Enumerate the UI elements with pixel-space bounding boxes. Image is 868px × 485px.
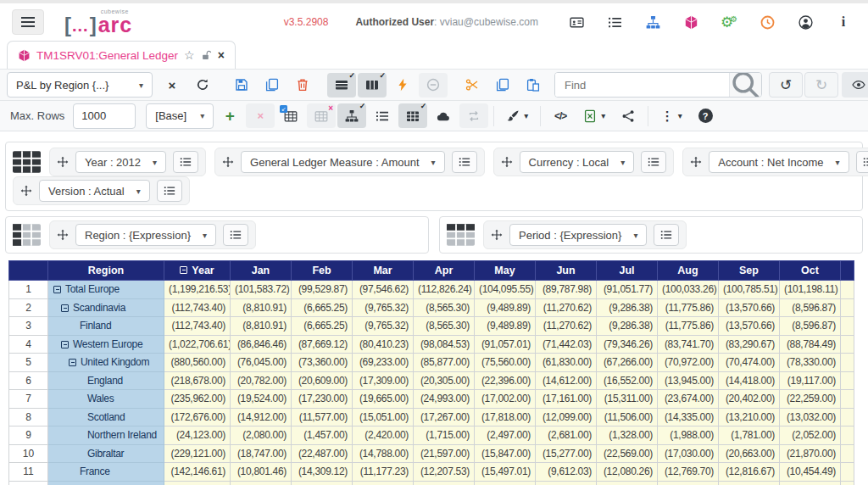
data-cell[interactable]: (1,988.00): [658, 426, 719, 445]
column-header-sep[interactable]: Sep: [719, 261, 780, 281]
data-cell[interactable]: (17,309.00): [353, 371, 414, 390]
region-cell[interactable]: Eastern Europe: [48, 481, 164, 485]
dimension-selector-general-ledger-measure[interactable]: General Ledger Measure : Amount▾: [241, 151, 444, 173]
move-icon[interactable]: [57, 229, 69, 241]
region-cell[interactable]: Finland: [48, 317, 164, 336]
suppress-button[interactable]: [419, 73, 448, 98]
data-cell[interactable]: (10,454.49): [780, 463, 841, 482]
delete-view-button[interactable]: [288, 73, 317, 98]
data-cell[interactable]: (11,506.00): [597, 408, 658, 426]
data-cell[interactable]: (101,583.72): [231, 281, 292, 299]
paste-cells-button[interactable]: [519, 73, 548, 98]
swap-axes-button[interactable]: [459, 103, 488, 128]
data-cell[interactable]: (5,195.50): [292, 481, 353, 485]
data-cell[interactable]: (83,741.70): [658, 335, 719, 354]
column-header-oct[interactable]: Oct: [780, 261, 841, 281]
data-cell[interactable]: (11,270.62): [536, 298, 597, 317]
remove-element-button[interactable]: ×: [246, 103, 275, 128]
data-cell[interactable]: (21,597.00): [414, 444, 475, 463]
data-cell[interactable]: (229,121.00): [164, 444, 231, 463]
data-cell[interactable]: (8,596.87): [780, 298, 841, 317]
data-cell[interactable]: (15,311.00): [597, 390, 658, 409]
data-cell[interactable]: (2,419.13): [597, 481, 658, 485]
data-cell[interactable]: (13,210.00): [719, 408, 780, 426]
data-cell[interactable]: (16,552.00): [597, 371, 658, 390]
sitemap-icon[interactable]: [645, 14, 660, 30]
column-header-jan[interactable]: Jan: [231, 261, 292, 281]
row-number[interactable]: 11: [9, 463, 48, 482]
data-cell[interactable]: (112,826.24): [414, 281, 475, 299]
data-cell[interactable]: (8,565.30): [414, 298, 475, 317]
data-cell[interactable]: (14,788.00): [353, 444, 414, 463]
id-card-icon[interactable]: [569, 14, 584, 30]
open-subset-grid-button[interactable]: ↙: [276, 103, 305, 128]
user-icon[interactable]: [798, 14, 813, 30]
dimension-selector-account[interactable]: Account : Net Income▾: [709, 151, 849, 173]
data-cell[interactable]: (12,207.53): [414, 463, 475, 482]
data-cell[interactable]: (100,785.51): [719, 281, 780, 299]
data-cell[interactable]: (18,747.00): [231, 444, 292, 463]
data-cell[interactable]: (20,663.00): [719, 444, 780, 463]
data-cell[interactable]: (6,665.25): [292, 298, 353, 317]
data-cell[interactable]: (1,022,706.61): [164, 335, 231, 354]
undo-button[interactable]: ↺: [769, 72, 803, 98]
data-cell[interactable]: (9,286.38): [597, 317, 658, 336]
data-cell[interactable]: (11,577.00): [292, 408, 353, 426]
format-dropdown[interactable]: ▾: [499, 103, 535, 128]
data-cell[interactable]: (6,665.25): [292, 317, 353, 336]
data-cell[interactable]: (75,560.00): [475, 354, 536, 372]
cut-button[interactable]: [458, 73, 487, 98]
data-cell[interactable]: (24,123.00): [164, 426, 231, 445]
subset-list-icon[interactable]: [223, 224, 248, 246]
data-cell[interactable]: (15,847.00): [475, 444, 536, 463]
max-rows-input[interactable]: [73, 103, 136, 129]
data-cell[interactable]: (17,002.00): [475, 390, 536, 409]
data-cell[interactable]: (69,233.00): [353, 354, 414, 372]
favorite-star-icon[interactable]: ☆: [184, 48, 195, 62]
data-cell[interactable]: (218,678.00): [164, 371, 231, 390]
dimension-selector-version[interactable]: Version : Actual▾: [39, 180, 150, 202]
data-cell[interactable]: (19,665.00): [353, 390, 414, 409]
region-cell[interactable]: Total Europe: [48, 281, 164, 299]
data-cell[interactable]: (112,743.40): [164, 298, 231, 317]
data-cell[interactable]: (7,075.33): [536, 481, 597, 485]
data-cell[interactable]: (112,743.40): [164, 317, 231, 336]
data-cell[interactable]: (1,457.00): [292, 426, 353, 445]
data-cell[interactable]: (10,801.46): [231, 463, 292, 482]
move-icon[interactable]: [20, 185, 32, 197]
auto-recalculate-button[interactable]: [388, 73, 417, 98]
data-cell[interactable]: (23,674.00): [658, 390, 719, 409]
row-number[interactable]: 4: [9, 335, 48, 354]
data-cell[interactable]: (20,402.00): [719, 390, 780, 409]
data-cell[interactable]: (6,176.41): [414, 481, 475, 485]
move-icon[interactable]: [222, 156, 234, 168]
data-cell[interactable]: (3,924.18): [719, 481, 780, 485]
add-element-button[interactable]: +: [215, 103, 244, 128]
column-header-jun[interactable]: Jun: [536, 261, 597, 281]
row-number[interactable]: 1: [9, 281, 48, 299]
region-cell[interactable]: Gibraltar: [48, 444, 164, 463]
column-header-jul[interactable]: Jul: [597, 261, 658, 281]
tab-general-ledger[interactable]: TM1SRV01:General Ledger ☆ ×: [7, 41, 236, 69]
dimension-selector-region[interactable]: Region : {Expression}▾: [75, 224, 216, 246]
move-icon[interactable]: [491, 229, 503, 241]
refresh-button[interactable]: [188, 73, 217, 98]
data-cell[interactable]: (80,410.23): [353, 335, 414, 354]
data-cell[interactable]: (15,277.00): [536, 444, 597, 463]
data-cell[interactable]: (21,870.00): [780, 444, 841, 463]
data-cell[interactable]: (14,335.00): [658, 408, 719, 426]
subset-list-icon[interactable]: [654, 224, 679, 246]
data-cell[interactable]: (104,095.55): [475, 281, 536, 299]
data-cell[interactable]: (24,993.00): [414, 390, 475, 409]
dimension-selector-period[interactable]: Period : {Expression}▾: [509, 224, 647, 246]
data-cell[interactable]: (2,080.00): [231, 426, 292, 445]
data-cell[interactable]: (2,497.00): [475, 426, 536, 445]
collapse-icon[interactable]: [61, 304, 69, 312]
data-cell[interactable]: (17,230.00): [292, 390, 353, 409]
row-number[interactable]: 7: [9, 390, 48, 409]
data-cell[interactable]: (73,360.00): [292, 354, 353, 372]
data-cell[interactable]: (9,489.89): [475, 317, 536, 336]
data-cell[interactable]: (22,569.00): [597, 444, 658, 463]
region-cell[interactable]: Northern Ireland: [48, 426, 164, 445]
subset-list-icon[interactable]: [452, 151, 477, 173]
